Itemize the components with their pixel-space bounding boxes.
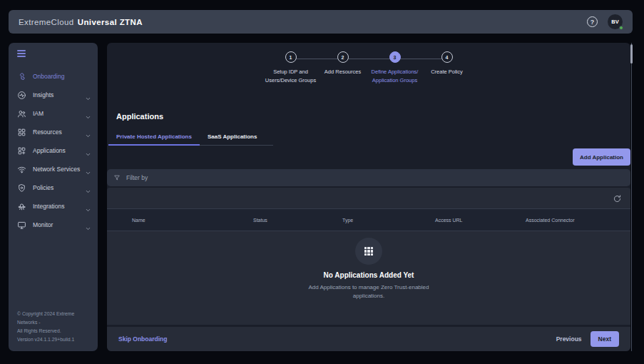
step-label: Create Policy: [416, 68, 477, 76]
avatar[interactable]: BV: [608, 14, 623, 29]
main-content: 1 Setup IDP and Users/Device Groups 2 Ad…: [107, 43, 630, 351]
applications-table: Name Status Type Access URL Associated C…: [107, 188, 630, 325]
sidebar-item-label: Onboarding: [33, 73, 91, 80]
wifi-icon: [17, 165, 26, 174]
table-empty-state: No Applications Added Yet Add Applicatio…: [107, 231, 630, 325]
sidebar-item-label: Applications: [33, 147, 85, 154]
step-3-define-applications[interactable]: 3 Define Applications/ Application Group…: [369, 51, 421, 84]
step-2-add-resources[interactable]: 2 Add Resources: [317, 51, 369, 84]
sidebar-item-policies[interactable]: Policies: [9, 178, 98, 197]
column-header-status[interactable]: Status: [253, 218, 342, 223]
column-header-name[interactable]: Name: [132, 218, 253, 223]
sidebar-nav: Onboarding Insights IAM Re: [9, 61, 98, 234]
table-header-row: Name Status Type Access URL Associated C…: [107, 209, 630, 231]
brand-bold: Universal ZTNA: [78, 18, 143, 26]
wizard-footer: Skip Onboarding Previous Next: [107, 327, 630, 351]
chevron-down-icon: [85, 129, 91, 136]
avatar-initials: BV: [611, 19, 618, 25]
sidebar-item-resources[interactable]: Resources: [9, 123, 98, 141]
sidebar-item-label: Monitor: [33, 221, 85, 228]
sidebar-item-label: Insights: [33, 91, 85, 98]
empty-state-grid-icon: [355, 238, 382, 265]
column-header-access-url[interactable]: Access URL: [435, 218, 526, 223]
hamburger-menu-icon[interactable]: [9, 43, 98, 61]
filter-bar: [107, 169, 630, 186]
skip-onboarding-link[interactable]: Skip Onboarding: [118, 335, 167, 343]
empty-state-title: No Applications Added Yet: [324, 271, 414, 279]
sidebar-item-insights[interactable]: Insights: [9, 86, 98, 104]
monitor-icon: [17, 221, 26, 230]
shield-icon: [17, 183, 26, 193]
chevron-down-icon: [85, 185, 91, 191]
version-text: Version v24.1.1.29+build.1: [17, 335, 91, 344]
insights-pulse-icon: [17, 91, 26, 100]
sidebar-item-label: Policies: [33, 184, 85, 191]
page: ExtremeCloud Universal ZTNA ? BV Onboard…: [0, 0, 644, 364]
step-circle: 1: [285, 51, 297, 63]
table-toolbar: [107, 188, 630, 209]
copyright-line2: All Rights Reserved.: [17, 327, 91, 335]
step-circle: 2: [337, 51, 349, 63]
page-title: Applications: [116, 112, 630, 121]
actions-row: Add Application: [107, 148, 630, 166]
scrollbar-thumb[interactable]: [630, 44, 633, 64]
chevron-down-icon: [85, 111, 91, 117]
chevron-down-icon: [85, 166, 91, 173]
chevron-down-icon: [85, 203, 91, 210]
sidebar-item-label: Resources: [33, 128, 85, 136]
resources-grid-icon: [17, 128, 26, 137]
step-4-create-policy[interactable]: 4 Create Policy: [421, 51, 473, 84]
tab-private-hosted-applications[interactable]: Private Hosted Applications: [108, 130, 200, 146]
integrations-hub-icon: [17, 202, 26, 211]
sidebar-item-label: Integrations: [33, 203, 85, 210]
filter-input[interactable]: [126, 174, 624, 181]
refresh-icon[interactable]: [613, 193, 622, 203]
onboarding-stepper: 1 Setup IDP and Users/Device Groups 2 Ad…: [265, 51, 473, 103]
step-circle: 3: [389, 51, 401, 63]
sidebar-item-iam[interactable]: IAM: [9, 104, 98, 123]
chevron-down-icon: [85, 222, 91, 228]
filter-funnel-icon: [113, 174, 121, 181]
column-header-associated-connector[interactable]: Associated Connector: [526, 218, 630, 223]
sidebar-item-label: Network Services: [33, 166, 85, 173]
previous-button[interactable]: Previous: [556, 335, 582, 343]
sidebar-item-integrations[interactable]: Integrations: [9, 197, 98, 216]
app-header: ExtremeCloud Universal ZTNA ? BV: [9, 10, 633, 34]
scrollbar-track[interactable]: [631, 43, 632, 351]
column-header-type[interactable]: Type: [342, 218, 435, 223]
header-right: ? BV: [587, 14, 623, 29]
sidebar-item-network-services[interactable]: Network Services: [9, 160, 98, 178]
step-circle: 4: [441, 51, 453, 63]
sidebar-item-monitor[interactable]: Monitor: [9, 216, 98, 234]
iam-users-icon: [17, 109, 26, 118]
onboarding-hand-icon: [17, 72, 26, 81]
chevron-down-icon: [85, 92, 91, 98]
online-status-dot: [619, 26, 623, 30]
chevron-down-icon: [85, 148, 91, 154]
sidebar-item-label: IAM: [33, 110, 85, 117]
add-application-button[interactable]: Add Application: [573, 148, 630, 166]
footer-right: Previous Next: [556, 331, 619, 347]
tab-saas-applications[interactable]: SaaS Applications: [200, 130, 265, 146]
brand-light: ExtremeCloud: [19, 18, 74, 26]
sidebar-item-onboarding[interactable]: Onboarding: [9, 67, 98, 86]
tabs: Private Hosted Applications SaaS Applica…: [108, 130, 273, 146]
next-button[interactable]: Next: [591, 331, 619, 347]
empty-state-description: Add Applications to manage Zero Trust-en…: [292, 283, 446, 300]
brand-logo: ExtremeCloud Universal ZTNA: [19, 18, 143, 26]
sidebar-item-applications[interactable]: Applications: [9, 141, 98, 160]
sidebar-footer: © Copyright 2024 Extreme Networks - All …: [9, 304, 98, 351]
step-1-setup-idp[interactable]: 1 Setup IDP and Users/Device Groups: [265, 51, 317, 84]
sidebar: Onboarding Insights IAM Re: [9, 43, 98, 351]
copyright-line1: © Copyright 2024 Extreme Networks -: [17, 310, 91, 327]
help-icon[interactable]: ?: [587, 16, 598, 27]
applications-grid-icon: [17, 146, 26, 156]
